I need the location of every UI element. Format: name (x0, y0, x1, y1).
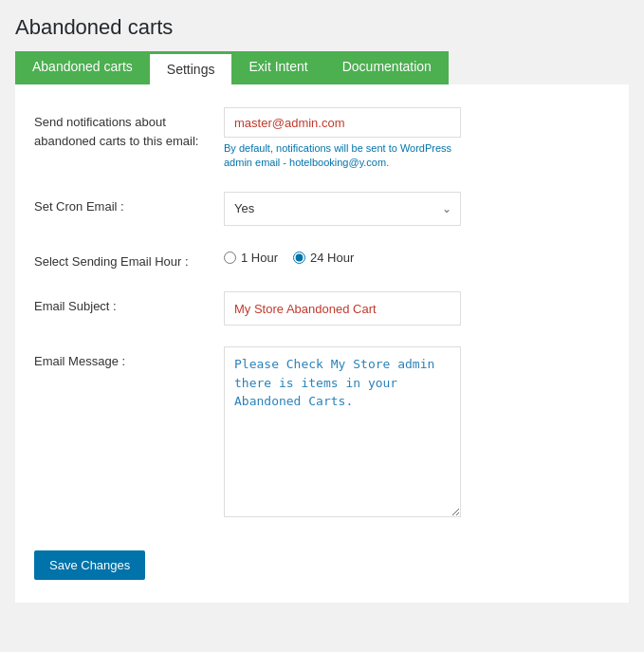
page-title: Abandoned carts (15, 15, 629, 40)
radio-24hour-label: 24 Hour (310, 251, 354, 265)
subject-label: Email Subject : (34, 291, 224, 316)
message-label: Email Message : (34, 346, 224, 371)
radio-label-24hour[interactable]: 24 Hour (293, 251, 354, 265)
cron-select-wrap: Yes No ⌄ (224, 192, 461, 226)
email-control-wrap: By default, notifications will be sent t… (224, 107, 610, 171)
hour-radio-group: 1 Hour 24 Hour (224, 247, 610, 265)
radio-label-1hour[interactable]: 1 Hour (224, 251, 278, 265)
subject-input[interactable] (224, 291, 461, 326)
sending-hour-row: Select Sending Email Hour : 1 Hour 24 Ho… (34, 247, 610, 271)
cron-select[interactable]: Yes No (224, 192, 461, 226)
email-row: Send notifications about abandoned carts… (34, 107, 610, 171)
message-control-wrap: Please Check My Store admin there is ite… (224, 346, 610, 520)
sending-hour-control-wrap: 1 Hour 24 Hour (224, 247, 610, 265)
save-button[interactable]: Save Changes (34, 550, 145, 580)
subject-row: Email Subject : (34, 291, 610, 326)
settings-card: Send notifications about abandoned carts… (15, 84, 629, 603)
nav-tabs: Abandoned carts Settings Exit Intent Doc… (15, 51, 629, 84)
tab-abandoned-carts[interactable]: Abandoned carts (15, 51, 150, 84)
subject-control-wrap (224, 291, 610, 326)
radio-1hour-label: 1 Hour (241, 251, 278, 265)
message-row: Email Message : Please Check My Store ad… (34, 346, 610, 520)
cron-row: Set Cron Email : Yes No ⌄ (34, 192, 610, 226)
email-input[interactable] (224, 107, 461, 138)
sending-hour-label: Select Sending Email Hour : (34, 247, 224, 271)
email-label: Send notifications about abandoned carts… (34, 107, 224, 150)
radio-24hour[interactable] (293, 251, 305, 264)
tab-settings[interactable]: Settings (150, 51, 232, 84)
tab-exit-intent[interactable]: Exit Intent (231, 51, 324, 84)
message-textarea[interactable]: Please Check My Store admin there is ite… (224, 346, 461, 517)
tab-documentation[interactable]: Documentation (325, 51, 449, 84)
cron-control-wrap: Yes No ⌄ (224, 192, 610, 226)
cron-label: Set Cron Email : (34, 192, 224, 216)
email-help-text: By default, notifications will be sent t… (224, 141, 461, 171)
radio-1hour[interactable] (224, 251, 236, 264)
